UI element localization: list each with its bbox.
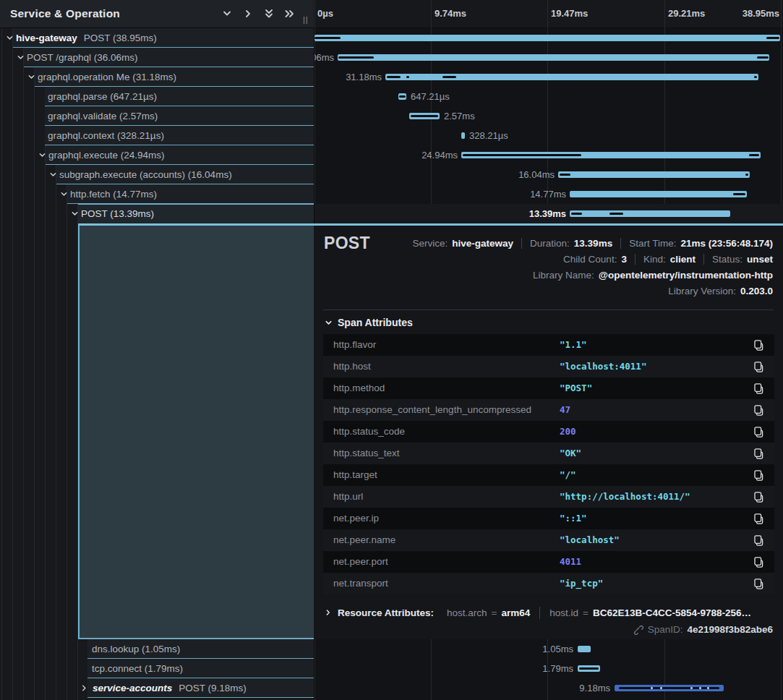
- attribute-key: http.method: [333, 377, 385, 399]
- operation-name: graphql.execute (24.94ms): [48, 145, 165, 165]
- timeline-row-selected: 13.39ms: [315, 204, 783, 223]
- collapse-all-icon[interactable]: [263, 8, 275, 20]
- resource-attributes-title: Resource Attributes:: [338, 607, 434, 618]
- start-time-label: Start Time:: [629, 238, 676, 249]
- tree-row-graphql-context[interactable]: graphql.context (328.21µs): [0, 126, 314, 145]
- span-bar[interactable]: [338, 54, 769, 61]
- attribute-key: net.peer.port: [333, 551, 388, 573]
- operation-name: graphql.context (328.21µs): [48, 126, 164, 145]
- tree-row-dns-lookup[interactable]: dns.lookup (1.05ms): [0, 639, 314, 659]
- expand-all-icon[interactable]: [283, 8, 295, 20]
- copy-icon[interactable]: [753, 382, 766, 395]
- span-bar[interactable]: [461, 152, 761, 158]
- attribute-row: http.url "http://localhost:4011/": [323, 486, 774, 508]
- tree-row-graphql-parse[interactable]: graphql.parse (647.21µs): [0, 87, 314, 106]
- tree-row-hive-gateway-post[interactable]: hive-gatewayPOST (38.95ms): [0, 28, 314, 48]
- span-bar[interactable]: [398, 93, 406, 100]
- resource-value: arm64: [501, 607, 530, 618]
- chevron-down-icon[interactable]: [6, 34, 14, 42]
- tree-row-tcp-connect[interactable]: tcp.connect (1.79ms): [0, 659, 314, 678]
- span-bar[interactable]: [570, 210, 730, 217]
- attribute-value: "ip_tcp": [560, 573, 603, 594]
- span-bar[interactable]: [461, 132, 465, 139]
- tree-header-title: Service & Operation: [10, 0, 120, 27]
- trace-viewer: Service & Operation || 0µs 9.74ms 19.47m…: [0, 0, 783, 700]
- copy-icon[interactable]: [753, 512, 766, 525]
- panel-resize-grip[interactable]: ||: [303, 15, 309, 24]
- chevron-down-icon[interactable]: [27, 73, 35, 81]
- tree-row-service-accounts-post[interactable]: service-accountsPOST (9.18ms): [0, 678, 314, 698]
- attribute-value: 200: [560, 421, 576, 443]
- attribute-value: "OK": [560, 443, 581, 464]
- span-bar[interactable]: [615, 685, 724, 691]
- attribute-row: http.target "/": [323, 464, 774, 486]
- operation-name: POST (38.95ms): [84, 33, 157, 43]
- resource-key: host.arch: [447, 607, 487, 618]
- span-attributes-toggle[interactable]: Span Attributes: [325, 317, 413, 328]
- span-bar[interactable]: [409, 113, 440, 119]
- attribute-key: http.flavor: [333, 334, 376, 356]
- copy-icon[interactable]: [753, 338, 766, 351]
- copy-icon[interactable]: [753, 534, 766, 547]
- copy-icon[interactable]: [753, 469, 766, 482]
- span-bar[interactable]: [578, 665, 600, 672]
- tree-row-post-graphql[interactable]: POST /graphql (36.06ms): [0, 48, 314, 67]
- ruler-tick: 19.47ms: [551, 0, 588, 27]
- copy-icon[interactable]: [753, 425, 766, 438]
- span-bar[interactable]: [385, 74, 758, 80]
- span-id-label: SpanID:: [648, 624, 683, 635]
- collapse-one-icon[interactable]: [221, 8, 233, 20]
- timeline-row: 36.06ms: [315, 48, 783, 67]
- chevron-down-icon[interactable]: [71, 210, 79, 218]
- tree-row-subgraph-execute[interactable]: subgraph.execute (accounts) (16.04ms): [0, 165, 314, 184]
- operation-name: dns.lookup (1.05ms): [92, 639, 180, 659]
- span-duration-label: 31.18ms: [346, 67, 382, 87]
- tree-row-post-selected[interactable]: POST (13.39ms): [0, 204, 314, 223]
- tree-row-graphql-validate[interactable]: graphql.validate (2.57ms): [0, 106, 314, 126]
- span-duration-label: 1.05ms: [542, 639, 573, 659]
- chevron-down-icon[interactable]: [49, 171, 57, 179]
- attribute-key: net.peer.name: [333, 529, 395, 551]
- span-duration-label: 13.39ms: [529, 204, 566, 223]
- attribute-row: http.flavor "1.1": [323, 334, 774, 356]
- duration-value: 13.39ms: [574, 238, 612, 249]
- resource-attributes-row[interactable]: Resource Attributes: host.arch = arm64 h…: [325, 604, 774, 621]
- expand-one-icon[interactable]: [242, 8, 254, 20]
- timeline-row: 16.04ms: [315, 165, 783, 184]
- attribute-key: http.status_text: [333, 443, 400, 464]
- span-bar[interactable]: [315, 35, 780, 41]
- span-bar[interactable]: [570, 191, 747, 197]
- start-time-value: 21ms (23:56:48.174): [680, 238, 773, 249]
- chevron-right-icon[interactable]: [80, 684, 88, 692]
- attribute-key: http.target: [333, 464, 377, 486]
- operation-name: tcp.connect (1.79ms): [92, 659, 183, 678]
- copy-icon[interactable]: [753, 447, 766, 460]
- ruler-tick: 38.95ms: [743, 0, 779, 27]
- copy-icon[interactable]: [753, 360, 766, 373]
- chevron-down-icon[interactable]: [60, 190, 68, 198]
- span-duration-label: 16.04ms: [518, 165, 555, 184]
- copy-icon[interactable]: [753, 404, 766, 417]
- timeline-ruler: [314, 0, 783, 28]
- library-version-label: Library Version:: [668, 286, 736, 296]
- link-icon[interactable]: [633, 625, 643, 635]
- attribute-row: http.status_text "OK": [323, 443, 774, 464]
- timeline-row: 31.18ms: [315, 67, 783, 87]
- span-duration-label: 9.18ms: [579, 678, 610, 698]
- tree-row-http-fetch[interactable]: http.fetch (14.77ms): [0, 184, 314, 204]
- copy-icon[interactable]: [753, 490, 766, 503]
- copy-icon[interactable]: [753, 577, 766, 590]
- chevron-down-icon[interactable]: [17, 54, 25, 61]
- span-bar[interactable]: [578, 646, 591, 652]
- ruler-tick: 9.74ms: [435, 0, 466, 27]
- span-duration-label: 14.77ms: [530, 184, 566, 204]
- copy-icon[interactable]: [753, 555, 766, 568]
- tree-row-graphql-execute[interactable]: graphql.execute (24.94ms): [0, 145, 314, 165]
- span-bar[interactable]: [558, 171, 750, 178]
- chevron-down-icon[interactable]: [38, 151, 46, 159]
- tree-header: Service & Operation ||: [0, 0, 314, 28]
- attribute-value: 47: [560, 399, 570, 421]
- attribute-value: "1.1": [560, 334, 587, 356]
- tree-row-graphql-operation[interactable]: graphql.operation Me (31.18ms): [0, 67, 314, 87]
- attribute-key: http.host: [333, 356, 371, 377]
